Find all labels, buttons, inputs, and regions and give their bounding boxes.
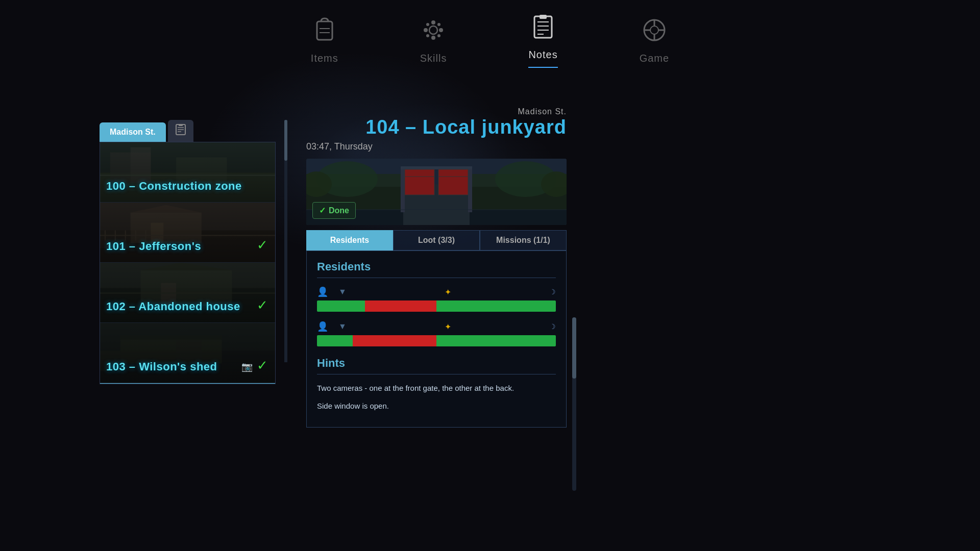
moon-icon-1: ☽ — [549, 288, 556, 296]
items-icon — [312, 17, 337, 48]
list-item[interactable]: 104 – Local junkyard ✓ — [100, 383, 275, 384]
nav-skills[interactable]: Skills — [420, 17, 447, 64]
svg-rect-17 — [540, 15, 547, 19]
nav-notes-label: Notes — [528, 49, 557, 61]
triangle-icon-1: ▼ — [338, 287, 347, 296]
list-item[interactable]: 100 – Construction zone — [100, 142, 275, 203]
resident-1-bar — [317, 300, 556, 312]
moon-icon-2: ☽ — [549, 322, 556, 331]
resident-row: 👤 ▼ ✦ ☽ — [317, 321, 556, 346]
hints-section: Hints Two cameras - one at the front gat… — [317, 357, 556, 412]
location-name-101: 101 – Jefferson's — [106, 240, 201, 253]
location-check-103: ✓ — [257, 358, 268, 373]
hint-text-2: Side window is open. — [317, 400, 556, 412]
location-check-101: ✓ — [257, 237, 268, 253]
bar-green-right-1 — [436, 300, 556, 312]
svg-point-4 — [431, 20, 435, 24]
content-area: Residents 👤 ▼ ✦ ☽ 👤 ▼ ✦ — [306, 251, 567, 428]
resident-2-bar — [317, 335, 556, 346]
nav-items[interactable]: Items — [311, 17, 338, 64]
bar-green-right-2 — [436, 335, 556, 346]
location-title: 104 – Local junkyard — [306, 116, 567, 138]
resident-2-icons: 👤 ▼ ✦ ☽ — [317, 321, 556, 332]
time-display: 03:47, Thursday — [306, 141, 373, 152]
hints-section-title: Hints — [317, 357, 556, 374]
scroll-indicator[interactable] — [284, 120, 287, 362]
done-check-icon: ✓ — [319, 206, 326, 215]
location-street: Madison St. — [306, 107, 567, 116]
svg-point-5 — [431, 36, 435, 40]
right-panel: Madison St. 104 – Local junkyard 03:47, … — [306, 107, 567, 428]
svg-point-3 — [429, 26, 437, 34]
tab-bar: Madison St. — [100, 120, 278, 142]
resident-row: 👤 ▼ ✦ ☽ — [317, 286, 556, 312]
location-check-102: ✓ — [257, 297, 268, 313]
person-icon-2: 👤 — [317, 321, 328, 332]
triangle-icon-2: ▼ — [338, 322, 347, 331]
nav-skills-label: Skills — [420, 53, 447, 64]
location-header: Madison St. 104 – Local junkyard — [306, 107, 567, 138]
svg-point-7 — [439, 28, 443, 32]
camera-icon-103: 📷 — [241, 361, 253, 372]
nav-items-label: Items — [311, 53, 338, 64]
residents-section-title: Residents — [317, 260, 556, 278]
svg-point-19 — [650, 26, 658, 34]
list-item[interactable]: 102 – Abandoned house ✓ — [100, 263, 275, 323]
svg-rect-74 — [401, 166, 405, 212]
location-name-103: 103 – Wilson's shed — [106, 360, 217, 373]
resident-1-icons: 👤 ▼ ✦ ☽ — [317, 286, 556, 297]
bar-red-mid-2 — [353, 335, 436, 346]
right-scrollbar[interactable] — [572, 317, 576, 491]
tab-residents[interactable]: Residents — [306, 230, 393, 251]
left-panel: Madison St. — [100, 120, 278, 384]
bar-red-mid-1 — [365, 300, 436, 312]
svg-rect-77 — [405, 169, 434, 195]
game-icon — [642, 17, 667, 48]
location-overlay-103 — [100, 323, 275, 383]
svg-rect-76 — [401, 166, 472, 169]
location-image: ✓ Done — [306, 159, 567, 225]
list-item[interactable]: 101 – Jefferson's ✓ — [100, 203, 275, 263]
scroll-thumb — [284, 120, 287, 161]
sun-icon-1: ✦ — [445, 287, 451, 297]
location-overlay-101 — [100, 203, 275, 262]
bar-green-left-2 — [317, 335, 353, 346]
location-name-100: 100 – Construction zone — [106, 180, 242, 193]
hint-text-1: Two cameras - one at the front gate, the… — [317, 383, 556, 394]
person-icon-1: 👤 — [317, 286, 328, 297]
top-navigation: Items Skills — [0, 0, 980, 82]
tab-madison-st[interactable]: Madison St. — [100, 122, 166, 142]
svg-rect-24 — [179, 124, 183, 126]
svg-point-6 — [424, 28, 428, 32]
svg-rect-75 — [468, 166, 472, 212]
notes-icon — [530, 14, 556, 45]
svg-point-8 — [426, 23, 429, 26]
svg-point-11 — [437, 34, 440, 37]
bar-green-left-1 — [317, 300, 365, 312]
tab-notes-icon[interactable] — [168, 120, 193, 142]
svg-rect-0 — [317, 21, 332, 40]
done-badge: ✓ Done — [312, 202, 356, 219]
tab-missions[interactable]: Missions (1/1) — [480, 230, 567, 251]
done-label: Done — [329, 206, 349, 215]
svg-rect-79 — [438, 169, 468, 195]
skills-icon — [421, 17, 446, 48]
svg-point-9 — [437, 23, 440, 26]
list-item[interactable]: 103 – Wilson's shed 📷 ✓ — [100, 323, 275, 383]
tab-loot[interactable]: Loot (3/3) — [393, 230, 480, 251]
location-name-102: 102 – Abandoned house — [106, 300, 240, 313]
location-overlay-102 — [100, 263, 275, 322]
nav-game-label: Game — [640, 53, 669, 64]
right-scroll-thumb — [572, 317, 576, 379]
sun-icon-2: ✦ — [445, 322, 451, 332]
location-list: 100 – Construction zone — [100, 142, 276, 384]
svg-point-10 — [426, 34, 429, 37]
nav-game[interactable]: Game — [640, 17, 669, 64]
nav-notes[interactable]: Notes — [528, 14, 557, 68]
content-tabs: Residents Loot (3/3) Missions (1/1) — [306, 230, 567, 251]
location-overlay-100 — [100, 142, 275, 202]
